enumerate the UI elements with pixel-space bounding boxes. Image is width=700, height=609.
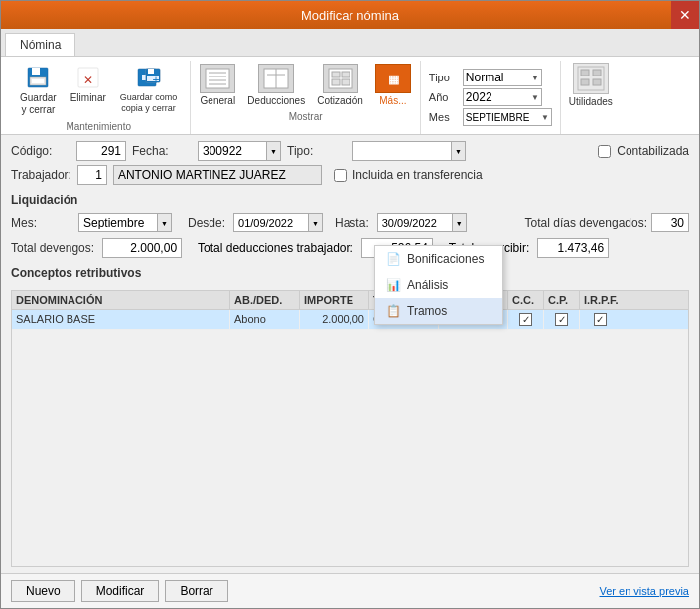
mostrar-label: Mostrar: [195, 111, 416, 122]
trabajador-row: Trabajador: Incluida en transferencia: [11, 165, 689, 185]
delete-icon: ✕: [74, 64, 102, 91]
dropdown-menu: 📄 Bonificaciones 📊 Análisis 📋 Tramos: [374, 245, 503, 325]
tipo-form-dropdown-btn[interactable]: ▼: [452, 141, 466, 161]
desde-label: Desde:: [188, 216, 225, 229]
total-dias-input[interactable]: [651, 213, 689, 232]
table-row[interactable]: SALARIO BASE Abono 2.000,00 General: [12, 310, 688, 330]
bonificaciones-item[interactable]: 📄 Bonificaciones: [375, 246, 502, 272]
tramos-label: Tramos: [407, 304, 447, 318]
liquidacion-row1: Mes: ▼ Desde: ▼ Hasta: ▼ Total días deve…: [11, 213, 689, 232]
tab-nomina[interactable]: Nómina: [5, 33, 75, 56]
utilidades-label: Utilidades: [569, 96, 613, 107]
col-irpf: I.R.P.F.: [580, 291, 620, 309]
fecha-combo: ▼: [198, 141, 281, 161]
window-title: Modificar nómina: [301, 8, 399, 23]
close-button[interactable]: ✕: [671, 1, 699, 29]
liquidacion-title: Liquidación: [11, 193, 689, 207]
cc-checkbox: [519, 313, 532, 326]
ribbon: Guardary cerrar ✕ Eliminar: [1, 57, 699, 135]
deducciones-button[interactable]: Deducciones: [242, 61, 310, 109]
save-icon: [24, 64, 52, 91]
svg-rect-24: [332, 79, 340, 85]
mes-form-dropdown-btn[interactable]: ▼: [158, 213, 172, 232]
anio-select[interactable]: 2022 ▼: [463, 88, 542, 106]
modificar-button[interactable]: Modificar: [81, 580, 160, 602]
utilidades-button[interactable]: [573, 63, 609, 94]
total-dias-label: Total días devengados:: [525, 216, 647, 229]
mas-button[interactable]: ▦ Más...: [370, 61, 416, 109]
vista-previa-link[interactable]: Ver en vista previa: [600, 585, 690, 597]
total-deducciones-label: Total deducciones trabajador:: [198, 241, 353, 255]
ribbon-buttons-mantenimiento: Guardary cerrar ✕ Eliminar: [15, 61, 182, 119]
mes-select[interactable]: SEPTIEMBRE ▼: [463, 108, 552, 126]
main-window: Modificar nómina ✕ Nómina: [0, 0, 700, 609]
content-area: Código: Fecha: ▼ Tipo: ▼ Contabilizada T…: [1, 135, 699, 573]
anio-row: Año 2022 ▼: [429, 88, 552, 106]
ribbon-group-mostrar: General Deducciones Cotización ▦: [191, 61, 421, 134]
col-cp: C.P.: [544, 291, 580, 309]
col-cc: C.C.: [508, 291, 544, 309]
eliminar-button[interactable]: ✕ Eliminar: [66, 61, 111, 107]
total-percibir-input[interactable]: [537, 238, 609, 258]
svg-rect-1: [32, 68, 40, 75]
analisis-icon: 📊: [385, 277, 401, 293]
incluida-checkbox[interactable]: [334, 169, 347, 182]
tab-bar: Nómina: [1, 29, 699, 57]
fecha-dropdown-btn[interactable]: ▼: [267, 141, 281, 161]
anio-label: Año: [429, 91, 459, 103]
tipo-form-input[interactable]: [352, 141, 452, 161]
tramos-item[interactable]: 📋 Tramos: [375, 298, 502, 324]
hasta-dropdown-btn[interactable]: ▼: [453, 213, 467, 232]
tipo-form-combo: ▼: [352, 141, 466, 161]
guardar-cerrar-button[interactable]: Guardary cerrar: [15, 61, 62, 119]
contabilizada-row: Contabilizada: [598, 144, 689, 158]
contabilizada-label: Contabilizada: [617, 144, 689, 158]
irpf-checkbox: [594, 313, 607, 326]
desde-dropdown-btn[interactable]: ▼: [309, 213, 323, 232]
analisis-item[interactable]: 📊 Análisis: [375, 272, 502, 298]
deducciones-label: Deducciones: [247, 95, 305, 106]
svg-rect-25: [342, 79, 350, 85]
svg-rect-29: [581, 70, 589, 76]
mas-icon: ▦: [375, 64, 411, 93]
hasta-input-group: ▼: [377, 213, 467, 232]
trabajador-id-input[interactable]: [77, 165, 107, 185]
cotizacion-label: Cotización: [317, 95, 363, 106]
analisis-label: Análisis: [407, 278, 448, 292]
save-copy-icon: +: [135, 64, 163, 91]
mantenimiento-label: Mantenimiento: [66, 121, 131, 132]
general-button[interactable]: General: [195, 61, 240, 109]
col-importe: IMPORTE: [300, 291, 369, 309]
fecha-label: Fecha:: [132, 144, 192, 158]
hasta-input[interactable]: [377, 213, 453, 232]
mostrar-buttons: General Deducciones Cotización ▦: [195, 61, 416, 109]
mes-form-input[interactable]: [78, 213, 158, 232]
guardar-cerrar-label: Guardary cerrar: [20, 92, 57, 116]
table-section: DENOMINACIÓN AB./DED. IMPORTE TIPO Nº HO…: [11, 290, 689, 567]
title-bar: Modificar nómina ✕: [1, 1, 699, 29]
cotizacion-button[interactable]: Cotización: [312, 61, 368, 109]
td-cc: [508, 310, 544, 329]
td-importe: 2.000,00: [300, 310, 369, 329]
trabajador-name-input[interactable]: [113, 165, 322, 185]
desde-input[interactable]: [233, 213, 309, 232]
general-label: General: [201, 95, 236, 106]
svg-rect-13: [206, 69, 229, 88]
incluida-label: Incluida en transferencia: [352, 168, 483, 182]
td-ab-ded: Abono: [230, 310, 300, 329]
mes-dropdown-arrow: ▼: [541, 113, 549, 122]
fecha-input[interactable]: [198, 141, 267, 161]
nuevo-button[interactable]: Nuevo: [11, 580, 75, 602]
ribbon-group-mantenimiento: Guardary cerrar ✕ Eliminar: [7, 61, 191, 134]
total-devengos-input[interactable]: [102, 238, 182, 258]
liquidacion-row2: Total devengos: Total deducciones trabaj…: [11, 238, 689, 258]
tipo-select[interactable]: Normal ▼: [463, 69, 542, 86]
codigo-input[interactable]: [76, 141, 126, 161]
guardar-copia-button[interactable]: + Guardar comocopia y cerrar: [115, 61, 183, 117]
borrar-button[interactable]: Borrar: [165, 580, 227, 602]
tipo-value: Normal: [466, 71, 504, 84]
mes-value: SEPTIEMBRE: [466, 112, 529, 123]
cotizacion-icon: [323, 64, 358, 93]
contabilizada-checkbox[interactable]: [598, 145, 611, 158]
cp-checkbox: [555, 313, 568, 326]
